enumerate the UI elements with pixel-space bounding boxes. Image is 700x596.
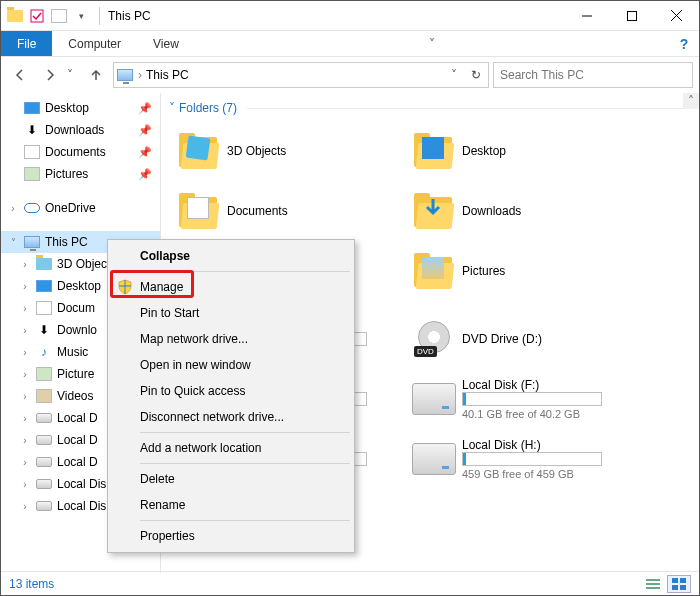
tab-view[interactable]: View (137, 31, 195, 56)
ctx-add-location[interactable]: Add a network location (110, 435, 352, 461)
address-bar: ˅ › This PC ˅ ↻ Search This PC (1, 57, 699, 93)
svg-rect-5 (646, 579, 660, 581)
ctx-separator (140, 271, 350, 272)
ctx-collapse[interactable]: Collapse (110, 243, 352, 269)
address-dropdown[interactable]: ˅ (446, 68, 462, 82)
pin-icon: 📌 (138, 124, 160, 137)
search-input[interactable]: Search This PC (493, 62, 693, 88)
scroll-up-button[interactable]: ˄ (683, 93, 699, 109)
folders-section-header[interactable]: ˅ Folders (7) (163, 99, 691, 121)
qat-new-icon[interactable] (49, 5, 69, 27)
folder-icon (412, 251, 456, 291)
ribbon-expand-caret[interactable]: ˅ (419, 31, 445, 56)
ctx-rename[interactable]: Rename (110, 492, 352, 518)
ctx-properties[interactable]: Properties (110, 523, 352, 549)
chevron-down-icon[interactable]: ˅ (7, 237, 19, 248)
folder-icon (177, 131, 221, 171)
folder-icon (177, 191, 221, 231)
minimize-button[interactable] (564, 1, 609, 30)
chevron-down-icon: ˅ (169, 101, 175, 115)
drive-f[interactable]: Local Disk (F:)40.1 GB free of 40.2 GB (398, 369, 633, 429)
shield-icon (116, 278, 134, 296)
svg-rect-6 (646, 583, 660, 585)
folder-icon (412, 191, 456, 231)
svg-rect-0 (31, 10, 43, 22)
address-text: This PC (146, 68, 442, 82)
ctx-pin-start[interactable]: Pin to Start (110, 300, 352, 326)
ctx-disconnect[interactable]: Disconnect network drive... (110, 404, 352, 430)
ctx-delete[interactable]: Delete (110, 466, 352, 492)
tiles-view-button[interactable] (667, 575, 691, 593)
refresh-button[interactable]: ↻ (466, 68, 486, 82)
ctx-map-drive[interactable]: Map network drive... (110, 326, 352, 352)
close-button[interactable] (654, 1, 699, 30)
tab-computer[interactable]: Computer (52, 31, 137, 56)
svg-rect-11 (680, 585, 686, 590)
window-controls (564, 1, 699, 30)
details-view-button[interactable] (641, 575, 665, 593)
ctx-separator (140, 432, 350, 433)
folder-desktop[interactable]: Desktop (398, 121, 633, 181)
section-title: Folders (7) (179, 101, 237, 115)
search-placeholder: Search This PC (500, 68, 584, 82)
drive-h[interactable]: Local Disk (H:)459 GB free of 459 GB (398, 429, 633, 489)
pin-icon: 📌 (138, 168, 160, 181)
chevron-right-icon[interactable]: › (7, 203, 19, 214)
svg-rect-8 (672, 578, 678, 583)
quick-access-toolbar: ▾ (1, 5, 95, 27)
folder-documents[interactable]: Documents (163, 181, 398, 241)
ribbon: File Computer View ˅ ? (1, 31, 699, 57)
tree-onedrive[interactable]: ›OneDrive (1, 197, 160, 219)
forward-button[interactable] (37, 62, 63, 88)
status-bar: 13 items (1, 571, 699, 595)
ctx-open-new[interactable]: Open in new window (110, 352, 352, 378)
pin-icon: 📌 (138, 146, 160, 159)
drive-dvd[interactable]: DVDDVD Drive (D:) (398, 309, 633, 369)
location-icon (116, 66, 134, 84)
svg-rect-9 (680, 578, 686, 583)
folder-3d-objects[interactable]: 3D Objects (163, 121, 398, 181)
folder-icon (412, 131, 456, 171)
context-menu: Collapse Manage Pin to Start Map network… (107, 239, 355, 553)
view-toggles (641, 575, 691, 593)
maximize-button[interactable] (609, 1, 654, 30)
qat-properties-icon[interactable] (27, 5, 47, 27)
pin-icon: 📌 (138, 102, 160, 115)
item-count: 13 items (9, 577, 54, 591)
up-button[interactable] (83, 62, 109, 88)
tree-pictures[interactable]: Pictures📌 (1, 163, 160, 185)
qat-customize-caret[interactable]: ▾ (71, 5, 91, 27)
window-title: This PC (104, 9, 151, 23)
tree-documents[interactable]: Documents📌 (1, 141, 160, 163)
file-tab[interactable]: File (1, 31, 52, 56)
help-icon[interactable]: ? (669, 31, 699, 56)
ctx-separator (140, 520, 350, 521)
folder-pictures[interactable]: Pictures (398, 241, 633, 301)
drive-icon (412, 383, 456, 415)
history-caret[interactable]: ˅ (67, 68, 79, 82)
folder-downloads[interactable]: Downloads (398, 181, 633, 241)
app-icon (5, 5, 25, 27)
tree-desktop[interactable]: Desktop📌 (1, 97, 160, 119)
svg-rect-10 (672, 585, 678, 590)
tree-downloads[interactable]: ⬇Downloads📌 (1, 119, 160, 141)
back-button[interactable] (7, 62, 33, 88)
title-separator (99, 7, 100, 25)
ctx-manage[interactable]: Manage (110, 274, 352, 300)
ctx-pin-quick[interactable]: Pin to Quick access (110, 378, 352, 404)
svg-rect-7 (646, 587, 660, 589)
title-bar: ▾ This PC (1, 1, 699, 31)
address-box[interactable]: › This PC ˅ ↻ (113, 62, 489, 88)
ctx-separator (140, 463, 350, 464)
dvd-icon: DVD (412, 321, 456, 357)
svg-rect-2 (627, 11, 636, 20)
drive-icon (412, 443, 456, 475)
